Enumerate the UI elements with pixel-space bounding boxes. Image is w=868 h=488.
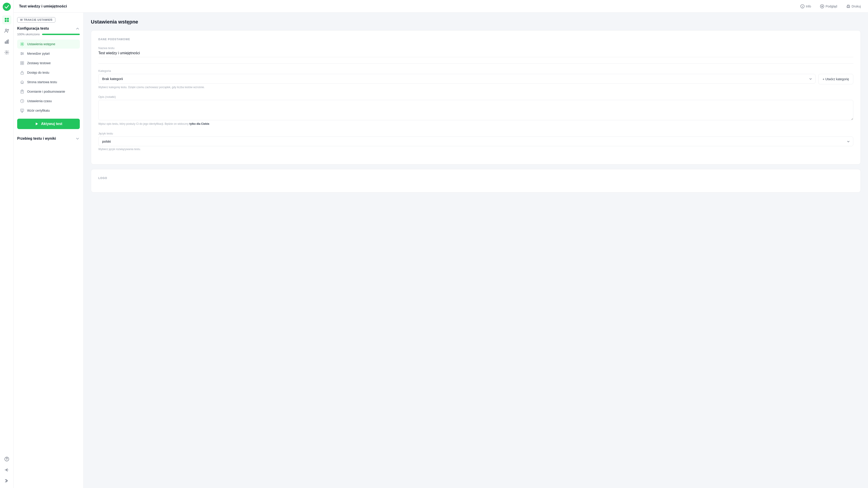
svg-rect-24: [22, 61, 24, 63]
svg-point-20: [21, 53, 22, 53]
form-card-dane-podstawowe: DANE PODSTAWOWE Nazwa testu Test wiedzy …: [91, 30, 861, 164]
sidebar-section1-title: Konfiguracja testu: [17, 26, 49, 31]
activate-test-button[interactable]: Aktywuj test: [17, 119, 80, 129]
svg-point-33: [22, 112, 23, 113]
sidebar-section2-header: Przebieg testu i wyniki: [17, 134, 80, 143]
chevron-up-icon: [75, 26, 80, 31]
svg-rect-23: [21, 61, 22, 63]
svg-point-0: [3, 3, 11, 11]
sidebar-item-settings[interactable]: [2, 48, 11, 57]
svg-rect-1: [5, 18, 6, 20]
eye-icon: [820, 4, 824, 8]
svg-rect-26: [22, 63, 24, 65]
grid-small-icon: [20, 61, 24, 65]
svg-rect-3: [5, 20, 6, 22]
page-title: Test wiedzy i umiejętności: [19, 4, 67, 8]
opis-textarea[interactable]: [98, 100, 853, 120]
nav-label-dostep: Dostęp do testu: [27, 71, 49, 74]
main-page-title: Ustawienia wstępne: [91, 19, 861, 25]
svg-rect-18: [847, 6, 850, 8]
svg-point-21: [23, 53, 23, 54]
section-label-logo: LOGO: [98, 177, 853, 180]
help-button[interactable]: [2, 455, 11, 464]
certificate-icon: [20, 108, 24, 113]
sliders-icon: [20, 51, 24, 56]
sidebar-item-users[interactable]: [2, 26, 11, 35]
svg-point-6: [7, 29, 8, 31]
content-area: W TRAKCIE USTAWIEŃ Konfiguracja testu 10…: [13, 13, 868, 488]
kategoria-select[interactable]: Brak kategorii: [98, 74, 815, 84]
clipboard-icon: [20, 89, 24, 94]
svg-point-14: [802, 5, 803, 6]
sidebar-nav-item-ocenianie[interactable]: Ocenianie i podsumowanie: [17, 87, 80, 96]
sidebar-nav-item-menedzer[interactable]: Menedżer pytań: [17, 49, 80, 58]
nav-label-ustawienia: Ustawienia wstępne: [27, 42, 55, 46]
kategoria-select-wrapper: Brak kategorii: [98, 74, 815, 84]
progress-row: 100% ukończono: [17, 33, 80, 36]
form-group-kategoria: Kategoria Brak kategorii: [98, 69, 853, 89]
clock-icon: [20, 99, 24, 103]
home-icon: [20, 80, 24, 84]
svg-marker-34: [36, 123, 38, 125]
nav-label-strona: Strona startowa testu: [27, 80, 57, 84]
sidebar-nav-item-ustawienia-wstepne[interactable]: Ustawienia wstępne: [17, 39, 80, 49]
sidebar-nav-item-zestawy[interactable]: Zestawy testowe: [17, 59, 80, 68]
sidebar-section2-title: Przebieg testu i wyniki: [17, 136, 56, 141]
main-wrapper: Test wiedzy i umiejętności Info Podgląd: [13, 0, 868, 488]
opis-label: Opis (notatki): [98, 95, 853, 98]
app-logo[interactable]: [3, 3, 11, 11]
sidebar-nav-item-czas[interactable]: Ustawienia czasu: [17, 96, 80, 105]
svg-rect-4: [7, 20, 9, 22]
collapse-button[interactable]: [2, 476, 11, 485]
top-header: Test wiedzy i umiejętności Info Podgląd: [13, 0, 868, 13]
progress-bar-bg: [42, 34, 80, 35]
print-button[interactable]: Drukuj: [844, 3, 863, 9]
svg-rect-7: [5, 42, 6, 43]
svg-point-5: [5, 29, 7, 31]
nazwa-label: Nazwa testu: [98, 46, 853, 50]
sidebar-item-dashboard[interactable]: [2, 16, 11, 24]
svg-rect-2: [7, 18, 9, 20]
kategoria-select-row: Brak kategorii + Utwórz kategorię: [98, 74, 853, 84]
form-card-logo: LOGO: [91, 169, 861, 192]
preview-button[interactable]: Podgląd: [818, 3, 839, 9]
nav-label-zestawy: Zestawy testowe: [27, 61, 51, 65]
svg-point-17: [822, 6, 822, 6]
info-button[interactable]: Info: [799, 3, 813, 9]
sidebar-nav-item-certyfikat[interactable]: Wzór certyfikatu: [17, 106, 80, 115]
sidebar-section1-header: Konfiguracja testu: [17, 26, 80, 31]
icon-bar-bottom: [2, 455, 11, 485]
svg-point-22: [21, 54, 22, 55]
svg-point-12: [6, 460, 7, 460]
sidebar-nav-item-strona[interactable]: Strona startowa testu: [17, 78, 80, 87]
nav-label-ocenianie: Ocenianie i podsumowanie: [27, 90, 65, 93]
nazwa-value: Test wiedzy i umiejętności: [98, 51, 853, 57]
kategoria-hint: Wybierz kategorię testu. Dzięki czemu za…: [98, 86, 853, 89]
header-actions: Info Podgląd Drukuj: [799, 3, 863, 9]
form-group-jezyk: Język testu polski Wybierz język rozwiąz…: [98, 132, 853, 151]
status-badge: W TRAKCIE USTAWIEŃ: [17, 17, 55, 23]
play-icon: [35, 122, 39, 126]
lock-icon: [20, 70, 24, 75]
sidebar-nav-item-dostep[interactable]: Dostęp do testu: [17, 68, 80, 77]
svg-point-19: [22, 43, 23, 45]
settings-icon: [20, 42, 24, 46]
svg-point-28: [22, 73, 22, 74]
print-icon: [846, 4, 850, 8]
form-group-nazwa: Nazwa testu Test wiedzy i umiejętności: [98, 46, 853, 57]
jezyk-select[interactable]: polski: [98, 136, 853, 146]
back-button[interactable]: [2, 465, 11, 475]
chevron-down-icon: [75, 136, 80, 141]
info-icon: [800, 4, 804, 8]
kategoria-label: Kategoria: [98, 69, 853, 72]
nav-label-menedzer: Menedżer pytań: [27, 52, 50, 55]
sidebar-item-analytics[interactable]: [2, 37, 11, 46]
svg-point-10: [6, 52, 7, 53]
nav-label-czas: Ustawienia czasu: [27, 99, 52, 103]
svg-rect-25: [21, 63, 22, 65]
jezyk-label: Język testu: [98, 132, 853, 135]
progress-bar-fill: [42, 34, 80, 35]
svg-rect-32: [21, 109, 24, 112]
divider-1: [98, 63, 853, 64]
create-category-button[interactable]: + Utwórz kategorię: [818, 74, 853, 84]
